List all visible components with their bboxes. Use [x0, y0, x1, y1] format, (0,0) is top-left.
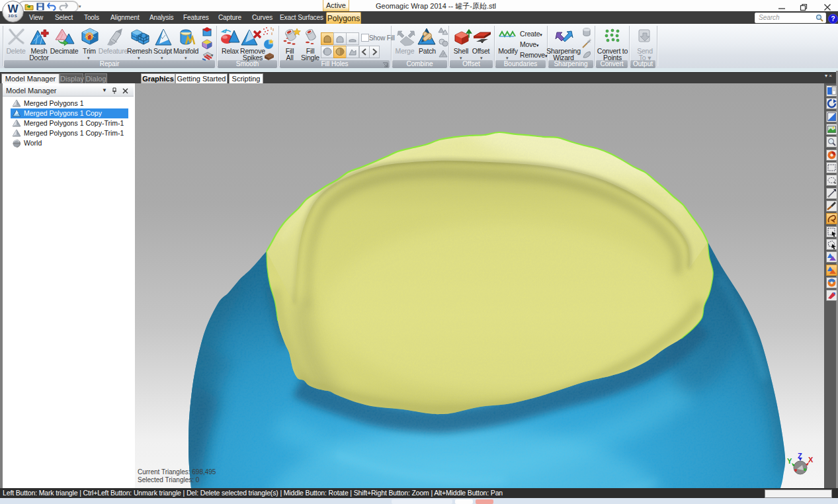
svg-text:Y: Y [787, 457, 792, 465]
svg-text:Z: Z [798, 452, 802, 460]
svg-text:X: X [808, 456, 814, 464]
